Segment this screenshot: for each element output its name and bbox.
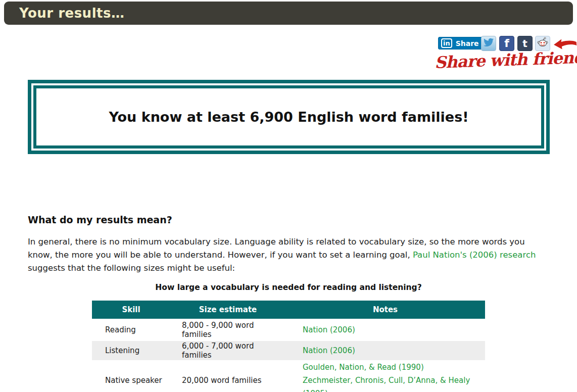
page-title: Your results…	[19, 2, 124, 25]
table-row-reading: Reading 8,000 - 9,000 word families Nati…	[92, 319, 485, 341]
table-row-listening: Listening 6,000 - 7,000 word families Na…	[92, 341, 485, 360]
vocab-table-section: How large a vocabulary is needed for rea…	[92, 283, 485, 392]
notes-cell: Nation (2006)	[285, 341, 485, 360]
size-cell: 20,000 word families	[170, 360, 285, 392]
table-title: How large a vocabulary is needed for rea…	[92, 283, 485, 292]
reddit-alien-icon	[537, 36, 549, 51]
result-message: You know at least 6,900 English word fam…	[109, 109, 468, 125]
size-cell: 6,000 - 7,000 word families	[170, 341, 285, 360]
facebook-share-button[interactable]: f	[499, 36, 514, 51]
tumblr-icon: t	[522, 38, 527, 48]
linkedin-share-label: Share	[456, 39, 479, 47]
paul-nation-research-link[interactable]: Paul Nation's (2006) research	[413, 250, 536, 260]
result-box-inner: You know at least 6,900 English word fam…	[33, 85, 544, 149]
table-row-native-speaker: Native speaker 20,000 word families Goul…	[92, 360, 485, 392]
facebook-icon: f	[504, 38, 509, 49]
skill-cell: Native speaker	[92, 360, 170, 392]
twitter-bird-icon	[483, 37, 494, 50]
zechmeister-et-al-link[interactable]: Zechmeister, Chronis, Cull, D’Anna, & He…	[303, 376, 470, 392]
results-page: Your results… in Share f t	[0, 0, 577, 392]
table-header-row: Skill Size estimate Notes	[92, 301, 485, 319]
section-heading: What do my results mean?	[28, 214, 172, 225]
page-header-bar: Your results…	[4, 2, 573, 25]
vocab-table: Skill Size estimate Notes Reading 8,000 …	[92, 301, 485, 392]
column-header-skill: Skill	[92, 301, 170, 319]
explanation-paragraph: In general, there is no minimum vocabula…	[28, 235, 549, 275]
linkedin-icon: in	[441, 38, 452, 48]
column-header-size: Size estimate	[170, 301, 285, 319]
nation-2006-link[interactable]: Nation (2006)	[303, 346, 355, 355]
goulden-nation-read-link[interactable]: Goulden, Nation, & Read (1990)	[303, 363, 424, 372]
share-with-friends-annotation: Share with friends!	[434, 48, 577, 72]
nation-2006-link[interactable]: Nation (2006)	[303, 325, 355, 334]
tumblr-share-button[interactable]: t	[517, 36, 533, 51]
paragraph-text-after: suggests that the following sizes might …	[28, 263, 235, 273]
size-cell: 8,000 - 9,000 word families	[170, 319, 285, 341]
notes-cell: Nation (2006)	[285, 319, 485, 341]
skill-cell: Listening	[92, 341, 170, 360]
notes-cell: Goulden, Nation, & Read (1990) Zechmeist…	[285, 360, 485, 392]
skill-cell: Reading	[92, 319, 170, 341]
result-box: You know at least 6,900 English word fam…	[28, 80, 550, 154]
column-header-notes: Notes	[285, 301, 485, 319]
twitter-share-button[interactable]	[481, 36, 496, 51]
linkedin-share-button[interactable]: in Share	[438, 37, 484, 50]
